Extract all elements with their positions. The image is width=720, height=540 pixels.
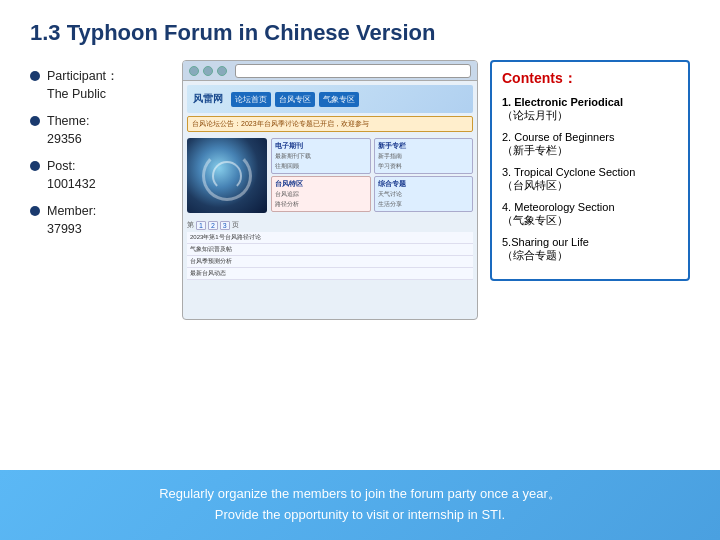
nav-item-2[interactable]: 台风专区 xyxy=(275,92,315,107)
bullet-theme: Theme: 29356 xyxy=(30,113,170,148)
footer-bar: Regularly organize the members to join t… xyxy=(0,470,720,540)
contents-item-2-cn: （新手专栏） xyxy=(502,143,678,158)
site-center: 电子期刊 最新期刊下载 往期回顾 新手专栏 新手指南 学习资料 xyxy=(271,138,473,214)
bullet-dot-2 xyxy=(30,116,40,126)
site-header: 风雷网 论坛首页 台风专区 气象专区 xyxy=(187,85,473,113)
forum-block-title-1: 电子期刊 xyxy=(275,141,367,151)
footer-line-1: Regularly organize the members to join t… xyxy=(159,486,561,501)
site-left xyxy=(187,138,267,214)
footer-line-2: Provide the opportunity to visit or inte… xyxy=(215,507,505,522)
slide: 1.3 Typhoon Forum in Chinese Version Par… xyxy=(0,0,720,540)
left-panel: Participant： The Public Theme: 29356 Pos… xyxy=(30,60,170,320)
site-bottom: 第 1 2 3 页 2023年第1号台风路径讨论 气象知识普及帖 台风季预测分析… xyxy=(187,220,473,280)
bullet-dot-3 xyxy=(30,161,40,171)
contents-item-1-cn: （论坛月刊） xyxy=(502,108,678,123)
browser-body: 风雷网 论坛首页 台风专区 气象专区 台风论坛公告：2023年台风季讨论专题已开… xyxy=(183,81,477,284)
bullet-member: Member: 37993 xyxy=(30,203,170,238)
page-num-2[interactable]: 2 xyxy=(208,221,218,230)
forum-block-line-3: 新手指南 xyxy=(378,152,470,161)
forum-block-line-2: 往期回顾 xyxy=(275,162,367,171)
contents-item-2-en: 2. Course of Beginners xyxy=(502,131,678,143)
contents-item-5-cn: （综合专题） xyxy=(502,248,678,263)
forum-block-typhoon[interactable]: 台风特区 台风追踪 路径分析 xyxy=(271,176,371,212)
bullet-dot-4 xyxy=(30,206,40,216)
contents-item-3-cn: （台风特区） xyxy=(502,178,678,193)
forum-list-row-4[interactable]: 最新台风动态 xyxy=(187,268,473,280)
contents-item-3: 3. Tropical Cyclone Section （台风特区） xyxy=(502,166,678,193)
contents-item-5-en: 5.Sharing our Life xyxy=(502,236,678,248)
site-nav: 论坛首页 台风专区 气象专区 xyxy=(231,92,359,107)
alert-bar: 台风论坛公告：2023年台风季讨论专题已开启，欢迎参与 xyxy=(187,116,473,132)
forum-list-row-3[interactable]: 台风季预测分析 xyxy=(187,256,473,268)
contents-item-4-en: 4. Meteorology Section xyxy=(502,201,678,213)
forum-block-general[interactable]: 综合专题 天气讨论 生活分享 xyxy=(374,176,474,212)
forum-block-title-3: 台风特区 xyxy=(275,179,367,189)
contents-box: Contents： 1. Electronic Periodical （论坛月刊… xyxy=(490,60,690,281)
forum-block-line-7: 天气讨论 xyxy=(378,190,470,199)
bullet-dot xyxy=(30,71,40,81)
browser-panel: 风雷网 论坛首页 台风专区 气象专区 台风论坛公告：2023年台风季讨论专题已开… xyxy=(182,60,478,320)
contents-title: Contents： xyxy=(502,70,678,88)
forum-block-title-2: 新手专栏 xyxy=(378,141,470,151)
page-num-1[interactable]: 1 xyxy=(196,221,206,230)
forum-block-periodical[interactable]: 电子期刊 最新期刊下载 往期回顾 xyxy=(271,138,371,174)
contents-item-2: 2. Course of Beginners （新手专栏） xyxy=(502,131,678,158)
browser-bar xyxy=(183,61,477,81)
typhoon-image xyxy=(187,138,267,213)
contents-item-4: 4. Meteorology Section （气象专区） xyxy=(502,201,678,228)
bullet-theme-text: Theme: 29356 xyxy=(47,113,89,148)
bullet-participant: Participant： The Public xyxy=(30,68,170,103)
browser-url-bar[interactable] xyxy=(235,64,471,78)
browser-btn-2 xyxy=(203,66,213,76)
site-logo: 风雷网 xyxy=(193,92,223,106)
contents-item-5: 5.Sharing our Life （综合专题） xyxy=(502,236,678,263)
typhoon-spiral-inner xyxy=(212,161,242,191)
contents-item-4-cn: （气象专区） xyxy=(502,213,678,228)
forum-list-row-2[interactable]: 气象知识普及帖 xyxy=(187,244,473,256)
nav-item-1[interactable]: 论坛首页 xyxy=(231,92,271,107)
footer-text: Regularly organize the members to join t… xyxy=(159,484,561,526)
contents-item-1-en: 1. Electronic Periodical xyxy=(502,96,678,108)
forum-block-line-1: 最新期刊下载 xyxy=(275,152,367,161)
forum-row-2: 台风特区 台风追踪 路径分析 综合专题 天气讨论 生活分享 xyxy=(271,176,473,212)
main-content: Participant： The Public Theme: 29356 Pos… xyxy=(30,60,690,320)
pagination-row: 第 1 2 3 页 xyxy=(187,220,473,230)
right-panel: Contents： 1. Electronic Periodical （论坛月刊… xyxy=(490,60,690,320)
browser-btn-1 xyxy=(189,66,199,76)
bullet-member-text: Member: 37993 xyxy=(47,203,96,238)
browser-btn-3 xyxy=(217,66,227,76)
nav-item-3[interactable]: 气象专区 xyxy=(319,92,359,107)
forum-row-1: 电子期刊 最新期刊下载 往期回顾 新手专栏 新手指南 学习资料 xyxy=(271,138,473,174)
contents-item-3-en: 3. Tropical Cyclone Section xyxy=(502,166,678,178)
bullet-post-text: Post: 1001432 xyxy=(47,158,96,193)
contents-item-1: 1. Electronic Periodical （论坛月刊） xyxy=(502,96,678,123)
site-main: 电子期刊 最新期刊下载 往期回顾 新手专栏 新手指南 学习资料 xyxy=(187,138,473,214)
forum-list-row-1[interactable]: 2023年第1号台风路径讨论 xyxy=(187,232,473,244)
forum-block-line-4: 学习资料 xyxy=(378,162,470,171)
forum-block-line-6: 路径分析 xyxy=(275,200,367,209)
page-num-3[interactable]: 3 xyxy=(220,221,230,230)
forum-block-title-4: 综合专题 xyxy=(378,179,470,189)
forum-block-line-8: 生活分享 xyxy=(378,200,470,209)
forum-block-beginner[interactable]: 新手专栏 新手指南 学习资料 xyxy=(374,138,474,174)
forum-block-line-5: 台风追踪 xyxy=(275,190,367,199)
bullet-post: Post: 1001432 xyxy=(30,158,170,193)
bullet-participant-text: Participant： The Public xyxy=(47,68,119,103)
slide-title: 1.3 Typhoon Forum in Chinese Version xyxy=(30,20,690,46)
